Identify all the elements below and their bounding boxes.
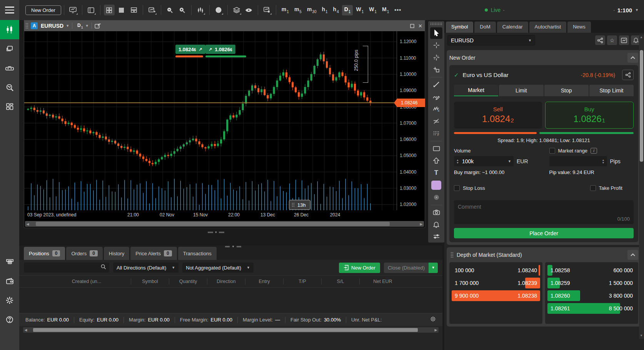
sidebar-item-dashboard[interactable]	[0, 97, 19, 116]
stepper-arrows-icon[interactable]: ▲▼	[456, 159, 459, 164]
sidebar-item-deposit[interactable]	[0, 252, 19, 271]
order-type-market[interactable]: Market	[454, 85, 498, 96]
dom-bid-row[interactable]: 100 0001.08240	[452, 265, 540, 276]
timeframe-button-D1[interactable]: D1	[342, 5, 353, 15]
column-header[interactable]: Entry	[245, 279, 283, 284]
column-header[interactable]: Direction	[207, 279, 245, 284]
time-axis[interactable]: 03 Sep 2023, undefined21:0002 Nov15 Nov2…	[24, 210, 397, 219]
search-input[interactable]	[24, 263, 109, 273]
add-chart-icon[interactable]	[147, 5, 157, 15]
open-chart-button[interactable]	[619, 35, 629, 45]
dom-ask-row[interactable]: 1.08258600 000	[547, 265, 636, 276]
new-order-toolbar-button[interactable]: New Order	[25, 5, 61, 15]
favorite-star-button[interactable]: ☆	[607, 35, 617, 45]
scroll-right-icon[interactable]: ▶	[419, 222, 424, 226]
leverage-caret-icon[interactable]: ▼	[635, 8, 639, 12]
column-header[interactable]: S/L	[322, 279, 359, 284]
fibonacci-tool-icon[interactable]	[430, 116, 442, 127]
chart-titlebar[interactable]: A EURUSD ▼ D1 ▼ ✕	[24, 20, 425, 31]
column-header[interactable]: Created (un...	[42, 279, 131, 284]
timeframe-button-m1[interactable]: m1	[279, 5, 291, 15]
sidebar-item-help[interactable]	[0, 310, 19, 329]
freehand-draw-tool-icon[interactable]	[430, 91, 442, 103]
tab-news[interactable]: News	[567, 22, 591, 33]
live-status-label[interactable]: Live	[491, 7, 501, 13]
restore-window-icon[interactable]	[410, 24, 414, 28]
crosshair-tool-icon[interactable]	[430, 40, 442, 51]
buy-button[interactable]: Buy 1.08261	[545, 102, 634, 129]
bottom-horizontal-scrollbar[interactable]: ◀ ▶	[23, 327, 439, 333]
link-charts-button[interactable]	[595, 35, 605, 45]
sidebar-item-automate[interactable]	[0, 59, 19, 78]
tab-symbol[interactable]: Symbol	[446, 22, 473, 33]
single-view-icon[interactable]	[116, 5, 127, 15]
volume-stepper[interactable]: ▲▼ 100k ▼	[454, 156, 514, 166]
tab-transactions[interactable]: Transactions	[178, 247, 217, 260]
workspace-layout-icon[interactable]	[86, 5, 97, 15]
visibility-eye-icon[interactable]	[244, 5, 254, 15]
sell-button[interactable]: Sell 1.08242	[454, 102, 542, 129]
scroll-left-icon[interactable]: ◀	[23, 328, 28, 332]
timeframe-caret-icon[interactable]: ▼	[85, 24, 89, 28]
grid-layout-icon[interactable]	[104, 5, 115, 15]
tab-calendar[interactable]: Calendar	[497, 22, 528, 33]
layers-icon[interactable]	[231, 5, 242, 15]
timeframe-button-W1[interactable]: W1	[367, 5, 379, 15]
info-icon[interactable]: i	[591, 148, 597, 154]
timeframe-button-M1[interactable]: M1	[380, 5, 391, 15]
column-header[interactable]: Net EUR	[360, 279, 406, 284]
column-header[interactable]: Symbol	[131, 279, 169, 284]
tab-history[interactable]: History	[104, 247, 129, 260]
sidebar-item-trade[interactable]	[0, 20, 19, 39]
new-order-button[interactable]: New Order	[339, 263, 380, 273]
chart-timeframe[interactable]: D1	[77, 23, 83, 29]
color-swatch-tool[interactable]	[430, 179, 442, 191]
order-type-stop[interactable]: Stop	[544, 85, 589, 96]
snapshot-camera-icon[interactable]	[430, 207, 442, 218]
timeframe-button-m5[interactable]: m5	[292, 5, 304, 15]
take-profit-checkbox[interactable]	[590, 185, 596, 191]
chart-bottom-splitter[interactable]: ▾	[208, 230, 224, 234]
trendline-tool-icon[interactable]	[430, 79, 442, 90]
chart-drag-grip[interactable]	[26, 23, 28, 29]
direction-filter-select[interactable]: All Directions (Default)▼	[113, 263, 179, 273]
bottom-scrollbar-thumb[interactable]	[33, 328, 418, 332]
sidebar-item-analyze[interactable]	[0, 78, 19, 97]
arrow-shape-tool-icon[interactable]	[430, 155, 442, 167]
close-chart-icon[interactable]: ✕	[418, 23, 422, 29]
tab-price-alerts[interactable]: Price Alerts0	[130, 247, 177, 260]
tab-orders[interactable]: Orders0	[66, 247, 102, 260]
tab-dom[interactable]: DoM	[474, 22, 496, 33]
chart-horizontal-scrollbar[interactable]: ◀ ▶	[25, 221, 424, 227]
column-header[interactable]: Quantity	[169, 279, 207, 284]
hamburger-menu-icon[interactable]	[0, 0, 19, 20]
popout-chart-icon[interactable]	[95, 23, 102, 29]
scroll-down-icon[interactable]: ▼	[640, 334, 643, 337]
pointer-tool-icon[interactable]	[430, 27, 442, 39]
order-type-limit[interactable]: Limit	[499, 85, 543, 96]
indicators-icon[interactable]: f	[213, 5, 224, 15]
dom-ask-row[interactable]: 1.082603 800 000	[547, 290, 636, 301]
split-view-icon[interactable]	[128, 5, 139, 15]
text-tool-icon[interactable]: T	[430, 167, 442, 179]
volume-caret-icon[interactable]: ▼	[508, 159, 511, 163]
scroll-left-icon[interactable]: ◀	[25, 222, 30, 226]
collapse-new-order-button[interactable]	[627, 53, 638, 63]
collapse-chevron-icon[interactable]: ▾	[215, 230, 217, 234]
symbol-select[interactable]: EURUSD ▼	[447, 35, 535, 45]
chart-options-icon[interactable]	[430, 231, 442, 243]
stop-loss-checkbox[interactable]	[454, 185, 460, 191]
more-timeframes-icon[interactable]: •••	[392, 5, 403, 15]
dom-bid-row[interactable]: 9 900 0001.08238	[452, 290, 540, 301]
tab-positions[interactable]: Positions0	[24, 247, 65, 260]
dom-ask-row[interactable]: 1.082591 500 000	[547, 277, 636, 289]
market-range-input[interactable]: ▲▼	[549, 156, 607, 166]
share-instrument-button[interactable]	[622, 70, 634, 80]
aggregation-filter-select[interactable]: Not Aggregated (Default)▼	[182, 263, 254, 273]
leverage-value[interactable]: 1:100	[617, 7, 632, 13]
close-position-split-button[interactable]: Close (Disabled) ▼	[384, 263, 438, 273]
sidebar-item-settings[interactable]	[0, 291, 19, 310]
close-options-caret[interactable]: ▼	[429, 263, 438, 273]
scroll-up-icon[interactable]: ▲	[640, 35, 643, 39]
collapse-chevron-icon[interactable]: ▼	[232, 245, 235, 248]
